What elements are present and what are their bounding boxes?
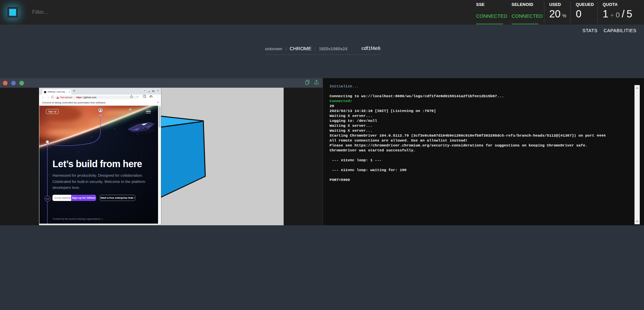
new-tab-button[interactable]: + bbox=[73, 89, 75, 93]
selenoid-value: CONNECTED bbox=[512, 13, 543, 19]
forward-icon[interactable]: → bbox=[47, 95, 50, 99]
quota-slash: / bbox=[622, 8, 625, 20]
menu-kebab-icon[interactable]: ⋮ bbox=[156, 95, 159, 98]
queued-metric: QUEUED 0 bbox=[576, 0, 597, 25]
github-signup-button[interactable]: Sign up for GitHub bbox=[71, 195, 96, 201]
log-line: 20 bbox=[330, 103, 628, 108]
nav-capabilities-link[interactable]: CAPABILITIES bbox=[604, 28, 636, 33]
side-panel-icon[interactable] bbox=[143, 95, 146, 99]
page-scrollbar[interactable] bbox=[158, 106, 161, 224]
infobar-text: Chrome is being controlled by automated … bbox=[42, 101, 106, 104]
log-line: --- x11vnc loop: waiting for: 198 bbox=[330, 167, 628, 172]
infobar-close-icon[interactable]: × bbox=[157, 101, 159, 104]
quota-label: QUOTA bbox=[603, 2, 618, 7]
url-text: ://github.com bbox=[82, 96, 96, 99]
sse-underline bbox=[476, 23, 503, 25]
used-unit: % bbox=[562, 13, 566, 18]
page-scrollbar-thumb[interactable] bbox=[159, 106, 161, 127]
vnc-close-button[interactable] bbox=[3, 81, 8, 85]
github-subheading: Harnessed for productivity. Designed for… bbox=[52, 172, 151, 191]
copy-icon[interactable] bbox=[305, 80, 310, 86]
enterprise-trial-label: Start a free enterprise trial bbox=[100, 196, 133, 199]
github-signup-link[interactable]: Sign up bbox=[46, 109, 59, 114]
log-line bbox=[330, 89, 628, 94]
browser-window: GitHub: Let’s build from here × + ⌄ × ← … bbox=[39, 88, 161, 225]
browser-toolbar: ← → Not secure | https ://github.com bbox=[39, 95, 161, 100]
log-line: --- x11vnc loop: 1 --- bbox=[330, 158, 628, 163]
topbar: SSE CONNECTED SELENOID CONNECTED USED 20… bbox=[0, 0, 644, 25]
selenoid-label: SELENOID bbox=[512, 2, 533, 7]
reload-icon[interactable] bbox=[51, 95, 54, 99]
log-output: Initialize... Connecting to ws://localho… bbox=[330, 84, 628, 182]
selenoid-status: SELENOID CONNECTED bbox=[512, 0, 540, 25]
chevron-right-icon: › bbox=[134, 196, 135, 199]
quota-total: 5 bbox=[627, 8, 632, 20]
queued-label: QUEUED bbox=[576, 2, 594, 7]
github-page: <> Sign up Let’s build from here Harness… bbox=[39, 106, 158, 224]
github-logo-icon[interactable] bbox=[98, 108, 103, 112]
nav-stats-link[interactable]: STATS bbox=[582, 28, 597, 33]
log-line: All remote connections are allowed. Use … bbox=[330, 138, 628, 143]
window-bottom-edge bbox=[39, 224, 161, 225]
vnc-fullscreen-button[interactable] bbox=[19, 81, 24, 85]
vnc-minimize-button[interactable] bbox=[11, 81, 16, 85]
log-scrollbar[interactable] bbox=[634, 85, 640, 224]
log-line: Waiting X server... bbox=[330, 128, 628, 133]
window-maximize-button[interactable] bbox=[152, 90, 154, 92]
browser-tab[interactable]: GitHub: Let’s build from here × bbox=[42, 89, 71, 95]
profile-avatar[interactable] bbox=[150, 95, 152, 98]
code-badge: <> bbox=[45, 196, 50, 202]
browser-tabstrip: GitHub: Let’s build from here × + ⌄ × bbox=[39, 88, 161, 95]
scroll-up-icon[interactable] bbox=[636, 87, 638, 89]
share-icon[interactable] bbox=[314, 80, 319, 86]
separator bbox=[544, 2, 544, 23]
url-scheme: https bbox=[76, 96, 82, 99]
tab-search-icon[interactable]: ⌄ bbox=[144, 89, 146, 92]
log-line: Starting ChromeDriver 104.0.5112.79 (3cf… bbox=[330, 133, 628, 138]
cube-front-face bbox=[159, 121, 205, 198]
log-line bbox=[330, 172, 628, 177]
email-input[interactable] bbox=[52, 195, 71, 201]
used-metric: USED 20 % bbox=[549, 0, 570, 25]
back-icon[interactable]: ← bbox=[42, 95, 45, 99]
share-icon[interactable] bbox=[130, 95, 133, 99]
queued-value: 0 bbox=[576, 8, 581, 20]
enterprise-trial-button[interactable]: Start a free enterprise trial › bbox=[100, 195, 135, 201]
session-screen: 1920x1080x24 bbox=[319, 46, 347, 51]
log-panel: Initialize... Connecting to ws://localho… bbox=[323, 78, 644, 225]
log-line: PORT=5900 bbox=[330, 177, 628, 182]
log-line bbox=[330, 153, 628, 158]
used-value: 20 bbox=[549, 8, 560, 20]
vnc-screen: GitHub: Let’s build from here × + ⌄ × ← … bbox=[39, 88, 284, 225]
quota-plus: + bbox=[610, 12, 614, 19]
url-bar[interactable]: Not secure | https ://github.com bbox=[55, 96, 138, 99]
bookmark-star-icon[interactable]: ☆ bbox=[137, 95, 139, 98]
log-line: Waiting X server... bbox=[330, 123, 628, 128]
session-card[interactable]: unknown / CHROME / 1920x1080x24 cdf1f4e6 bbox=[265, 44, 381, 55]
automation-infobar: Chrome is being controlled by automated … bbox=[39, 100, 161, 106]
log-line: Waiting X server... bbox=[330, 113, 628, 118]
log-line: ChromeDriver was started successfully. bbox=[330, 148, 628, 153]
log-line: Initialize... bbox=[330, 84, 628, 89]
session-info: unknown / CHROME / 1920x1080x24 bbox=[265, 46, 347, 52]
log-line: 2023/02/13 14:32:16 [INIT] [Listening on… bbox=[330, 108, 628, 113]
separator: / bbox=[314, 46, 316, 51]
scroll-down-icon[interactable] bbox=[636, 221, 638, 222]
hamburger-menu-icon[interactable] bbox=[146, 110, 151, 114]
window-minimize-button[interactable] bbox=[148, 92, 150, 92]
sse-status: SSE CONNECTED bbox=[476, 0, 505, 25]
vnc-display[interactable]: GitHub: Let’s build from here × + ⌄ × ← … bbox=[0, 88, 323, 225]
session-browser: CHROME bbox=[290, 46, 312, 51]
nav-links: STATS CAPABILITIES bbox=[578, 28, 636, 33]
used-label: USED bbox=[549, 2, 561, 7]
github-heading: Let’s build from here bbox=[52, 159, 142, 169]
svg-text:<>: <> bbox=[46, 198, 49, 200]
tab-close-icon[interactable]: × bbox=[69, 90, 70, 93]
log-line bbox=[330, 163, 628, 167]
separator bbox=[570, 2, 571, 23]
separator bbox=[597, 2, 598, 23]
session-id: cdf1f4e6 bbox=[361, 45, 380, 51]
quota-pending: 0 bbox=[616, 11, 620, 19]
url-warning: Not secure bbox=[60, 96, 72, 99]
window-close-button[interactable]: × bbox=[157, 89, 159, 92]
